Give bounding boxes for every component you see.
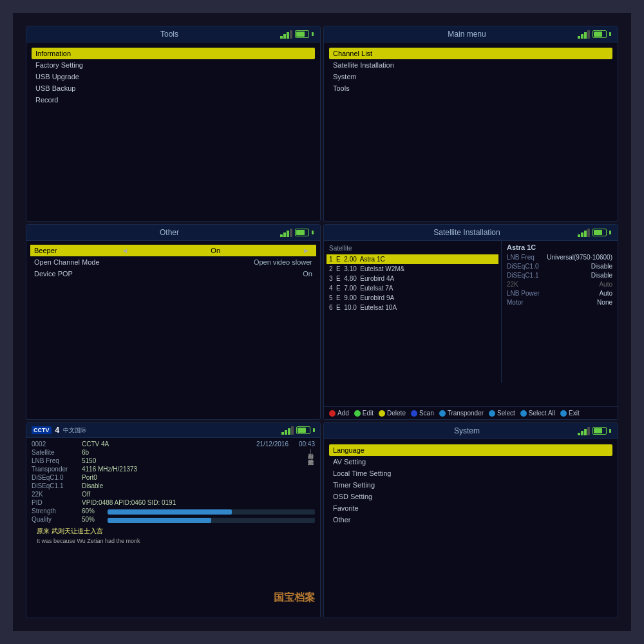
sat-btn-select[interactable]: Select — [489, 410, 515, 417]
mainmenu-item-1[interactable]: Satellite Installation — [329, 59, 612, 71]
system-item-1[interactable]: AV Setting — [329, 456, 612, 468]
system-signal — [578, 427, 590, 435]
system-item-6[interactable]: Other — [329, 514, 612, 526]
channel-subtitle-zh: 原来 武则天让道士入宫 — [32, 526, 315, 537]
delete-label: Delete — [387, 410, 406, 417]
other-devicepop-row[interactable]: Device POP On — [30, 268, 316, 279]
tools-item-0[interactable]: Information — [32, 48, 315, 59]
sat-item-0[interactable]: 1 E 2.00 Astra 1C — [327, 254, 498, 264]
sat-btn-add[interactable]: Add — [329, 410, 349, 417]
signal-bar-2 — [283, 34, 286, 39]
edit-label: Edit — [363, 410, 374, 417]
channel-diseqc10-row: DiSEqC1.0 Port0 — [32, 474, 315, 481]
channel-subtitle-row: 原来 武则天让道士入宫 It was because Wu Zetian had… — [32, 526, 315, 545]
channel-program-num: 0002 — [32, 440, 77, 448]
system-panel: System Language AV Setting — [323, 422, 618, 618]
channel-strength-pct: 60% — [82, 507, 102, 515]
sat-content: Satellite 1 E 2.00 Astra 1C 2 E 3.10 Eut… — [324, 241, 618, 383]
vertical-text: 封神泰山—武则天妙计登岳 — [307, 449, 315, 455]
channel-strength-row: Strength 60% — [32, 507, 315, 515]
signal-bar-3 — [287, 32, 289, 39]
green-dot — [354, 410, 361, 417]
system-item-3[interactable]: Timer Setting — [329, 479, 612, 491]
cyan-dot-3 — [520, 410, 527, 417]
other-openchannel-row[interactable]: Open Channel Mode Open video slower — [30, 256, 316, 268]
channel-diseqc11-label: DiSEqC1.1 — [32, 482, 77, 489]
sat-diseqc11-value: Disable — [591, 272, 612, 279]
watermark: 国宝档案 — [274, 591, 315, 605]
channel-diseqc10-value: Port0 — [82, 474, 97, 481]
system-item-2[interactable]: Local Time Setting — [329, 468, 612, 479]
sat-btn-transponder[interactable]: Transponder — [439, 410, 484, 417]
channel-date: 21/12/2016 — [256, 440, 289, 448]
tools-item-3[interactable]: USB Backup — [32, 82, 315, 94]
sat-item-4[interactable]: 5 E 9.00 Eurobird 9A — [327, 293, 498, 303]
other-battery — [295, 229, 309, 236]
channel-pid-value: VPID:0488 APID:0460 SID: 0191 — [82, 499, 176, 506]
outer-frame: Tools Information Factory Settin — [0, 0, 644, 644]
system-item-4[interactable]: OSD Setting — [329, 491, 612, 502]
signal-bar-4 — [290, 30, 292, 39]
system-item-0[interactable]: Language — [329, 444, 612, 456]
satellite-panel: Satellite Installation — [323, 224, 618, 420]
channel-sat-label: Satellite — [32, 449, 77, 456]
other-title: Other — [59, 228, 280, 237]
system-item-5[interactable]: Favorite — [329, 502, 612, 514]
mainmenu-panel: Main menu Channel List Satellite — [323, 26, 618, 222]
system-battery — [592, 427, 607, 435]
battery-icon — [295, 30, 309, 38]
sat-lnbpower-value: Auto — [599, 290, 612, 297]
sat-lnbfreq-row: LNB Freq Universal(9750-10600) — [507, 254, 612, 261]
channel-diseqc10-label: DiSEqC1.0 — [32, 474, 77, 481]
channel-transponder-row: Transponder 4116 MHz/H/21373 — [32, 466, 315, 473]
quality-bar-fill — [108, 518, 211, 523]
mainmenu-item-3[interactable]: Tools — [329, 82, 612, 94]
sat-item-5[interactable]: 6 E 10.0 Eutelsat 10A — [327, 303, 498, 312]
sat-btn-delete[interactable]: Delete — [379, 410, 406, 417]
mainmenu-header: Main menu — [324, 26, 618, 43]
tools-item-2[interactable]: USB Upgrade — [32, 71, 315, 82]
sat-item-1[interactable]: 2 E 3.10 Eutelsat W2M& — [327, 264, 498, 274]
sat-item-2[interactable]: 3 E 4.80 Eurobird 4A — [327, 274, 498, 283]
channel-info: 0002 CCTV 4A 21/12/2016 00:43 Satellite … — [26, 438, 320, 547]
channel-22k-label: 22K — [32, 491, 77, 498]
channel-number: 4 — [55, 426, 60, 435]
sat-panel-body: Satellite 1 E 2.00 Astra 1C 2 E 3.10 Eut… — [324, 241, 618, 419]
satellite-panel-inner: Satellite Installation — [324, 225, 618, 419]
channel-satellite-row: Satellite 6b — [32, 449, 315, 456]
tools-title: Tools — [59, 30, 280, 39]
channel-lnbfreq-value: 5150 — [82, 457, 96, 464]
beeper-arrow-left: ◄ — [121, 247, 128, 254]
other-content: Beeper ◄ On ► Open Channel Mode Open vid… — [26, 241, 320, 283]
mainmenu-item-0[interactable]: Channel List — [329, 48, 612, 59]
sat-btn-exit[interactable]: Exit — [560, 410, 580, 417]
exit-label: Exit — [569, 410, 580, 417]
other-beeper-row[interactable]: Beeper ◄ On ► — [30, 245, 316, 256]
system-content: Language AV Setting Local Time Setting T… — [324, 439, 618, 531]
sat-diseqc10-row: DiSEqC1.0 Disable — [507, 263, 612, 270]
sat-btn-selectall[interactable]: Select All — [520, 410, 555, 417]
sat-btn-edit[interactable]: Edit — [354, 410, 374, 417]
transponder-label: Transponder — [448, 410, 484, 417]
channel-strength-label: Strength — [32, 507, 77, 515]
devicepop-value: On — [127, 270, 312, 278]
sat-signal — [578, 229, 590, 237]
beeper-value: On — [131, 247, 300, 254]
strength-bar — [108, 509, 315, 515]
mainmenu-item-2[interactable]: System — [329, 71, 612, 82]
sat-btn-scan[interactable]: Scan — [411, 410, 434, 417]
channel-transponder-label: Transponder — [32, 466, 77, 473]
sat-motor-row: Motor None — [507, 299, 612, 306]
tools-item-1[interactable]: Factory Setting — [32, 59, 315, 71]
tools-item-4[interactable]: Record — [32, 94, 315, 106]
sat-22k-row: 22K Auto — [507, 281, 612, 288]
sat-item-3[interactable]: 4 E 7.00 Eutelsat 7A — [327, 283, 498, 293]
channel-lnbfreq-label: LNB Freq — [32, 457, 77, 464]
strength-bar-fill — [108, 509, 232, 515]
channel-battery — [296, 426, 310, 434]
scan-label: Scan — [419, 410, 434, 417]
mainmenu-battery — [592, 30, 607, 38]
quality-bar — [108, 518, 315, 523]
channel-22k-value: Off — [82, 491, 90, 498]
channel-subtitle-en: It was because Wu Zetian had the monk — [32, 537, 315, 545]
